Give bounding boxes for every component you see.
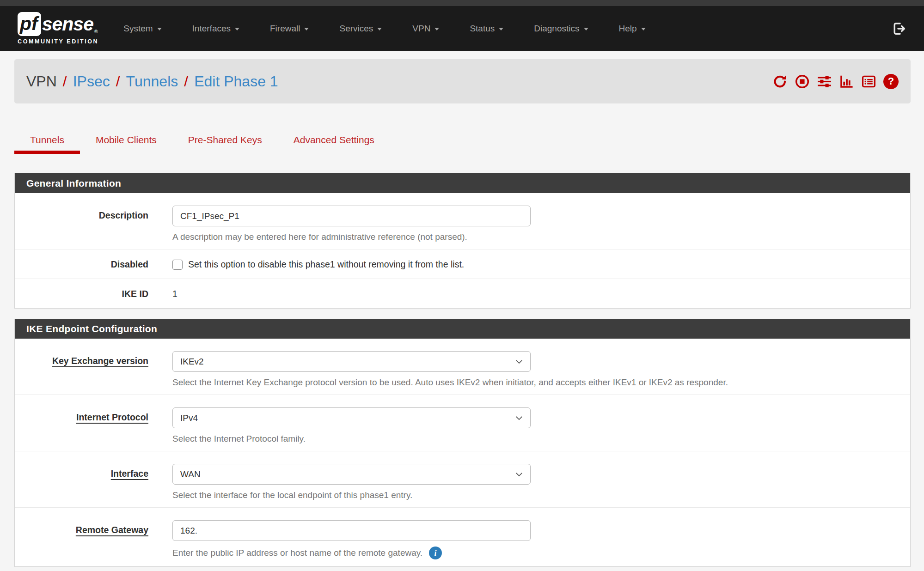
log-list-icon[interactable] [861,74,876,89]
chevron-down-icon [304,28,309,30]
internet-protocol-select[interactable]: IPv4 [172,407,531,428]
breadcrumb: VPN / IPsec / Tunnels / Edit Phase 1 [26,73,278,90]
menu-help[interactable]: Help [619,24,646,34]
section-ike-endpoint-configuration: IKE Endpoint Configuration Key Exchange … [14,319,911,567]
ike-id-label: IKE ID [15,288,148,299]
tab-bar: Tunnels Mobile Clients Pre-Shared Keys A… [14,129,924,154]
chevron-down-icon [235,28,239,30]
chevron-down-icon [157,28,162,30]
description-label: Description [15,206,148,242]
remote-gateway-label: Remote Gateway [15,520,148,559]
breadcrumb-bar: VPN / IPsec / Tunnels / Edit Phase 1 ? [14,59,911,103]
form-row-ike-id: IKE ID 1 [15,279,910,308]
interface-select[interactable]: WAN [172,464,531,485]
registered-mark: ® [94,29,98,34]
chevron-down-icon [584,28,588,30]
breadcrumb-link-ipsec[interactable]: IPsec [73,73,110,90]
form-row-description: Description A description may be entered… [15,193,910,249]
interface-label: Interface [15,464,148,500]
pfsense-logo[interactable]: pf sense ® COMMUNITY EDITION [18,12,98,45]
section-title: General Information [15,173,910,193]
breadcrumb-link-tunnels[interactable]: Tunnels [126,73,178,90]
info-icon[interactable]: i [429,547,442,559]
menu-vpn[interactable]: VPN [412,24,439,34]
logo-pf-box: pf [18,12,41,36]
section-title: IKE Endpoint Configuration [15,319,910,339]
description-input[interactable] [172,206,531,226]
breadcrumb-link-edit-phase1[interactable]: Edit Phase 1 [194,73,278,90]
menu-services[interactable]: Services [339,24,382,34]
menu-diagnostics[interactable]: Diagnostics [534,24,588,34]
sliders-icon[interactable] [817,74,832,89]
menu-status[interactable]: Status [470,24,503,34]
top-navbar: pf sense ® COMMUNITY EDITION System Inte… [0,6,924,51]
remote-gateway-helper: Enter the public IP address or host name… [172,548,422,558]
internet-protocol-label: Internet Protocol [15,407,148,444]
key-exchange-version-label: Key Exchange version [15,351,148,388]
help-icon[interactable]: ? [883,74,899,89]
sign-out-icon[interactable] [892,21,906,36]
chevron-down-icon [514,413,524,423]
disabled-checkbox[interactable] [172,260,183,270]
chevron-down-icon [377,28,382,30]
form-row-interface: Interface WAN Select the interface for t… [15,451,910,507]
chevron-down-icon [499,28,503,30]
top-strip [0,0,924,6]
edition-label: COMMUNITY EDITION [18,38,98,45]
disabled-label: Disabled [15,258,148,270]
key-exchange-version-helper: Select the Internet Key Exchange protoco… [172,377,728,388]
ike-id-value: 1 [172,288,177,299]
refresh-icon[interactable] [772,74,788,89]
main-menu: System Interfaces Firewall Services VPN … [123,24,645,34]
form-row-internet-protocol: Internet Protocol IPv4 Select the Intern… [15,395,910,451]
form-row-disabled: Disabled Set this option to disable this… [15,249,910,279]
stop-circle-icon[interactable] [795,74,810,89]
breadcrumb-separator: / [184,73,188,90]
breadcrumb-separator: / [116,73,120,90]
section-general-information: General Information Description A descri… [14,173,911,309]
breadcrumb-current: VPN [26,73,57,90]
internet-protocol-helper: Select the Internet Protocol family. [172,434,531,444]
tab-mobile-clients[interactable]: Mobile Clients [80,129,172,154]
menu-firewall[interactable]: Firewall [270,24,309,34]
remote-gateway-input[interactable] [172,520,531,541]
form-row-remote-gateway: Remote Gateway Enter the public IP addre… [15,507,910,566]
menu-interfaces[interactable]: Interfaces [192,24,239,34]
key-exchange-version-select[interactable]: IKEv2 [172,351,531,372]
bar-chart-icon[interactable] [839,74,854,89]
tab-advanced-settings[interactable]: Advanced Settings [278,129,390,154]
disabled-checkbox-text: Set this option to disable this phase1 w… [188,259,464,270]
menu-system[interactable]: System [123,24,161,34]
chevron-down-icon [514,357,524,366]
description-helper: A description may be entered here for ad… [172,232,531,242]
chevron-down-icon [434,28,439,30]
tab-tunnels[interactable]: Tunnels [14,129,80,154]
page-toolbar: ? [772,74,899,89]
chevron-down-icon [641,28,646,30]
tab-pre-shared-keys[interactable]: Pre-Shared Keys [172,129,278,154]
chevron-down-icon [514,470,524,479]
form-row-key-exchange-version: Key Exchange version IKEv2 Select the In… [15,339,910,395]
logo-sense-text: sense [42,13,93,35]
breadcrumb-separator: / [63,73,67,90]
interface-helper: Select the interface for the local endpo… [172,490,531,500]
